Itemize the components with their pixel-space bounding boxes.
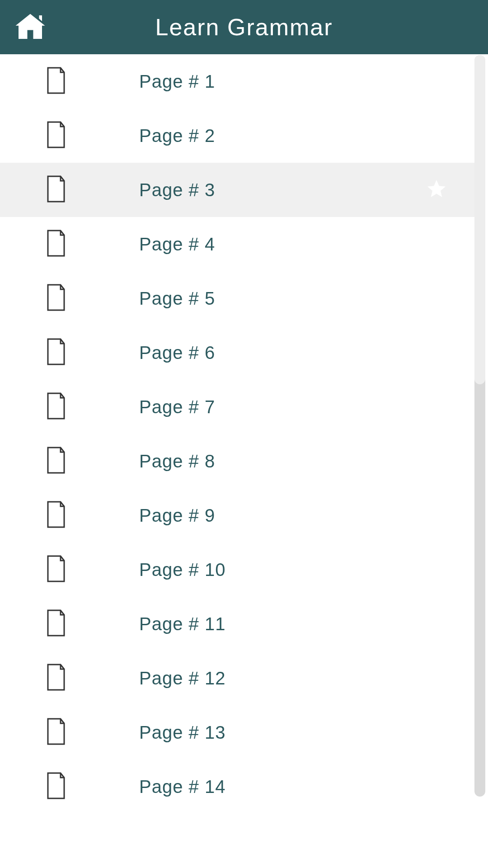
page-list-item[interactable]: Page # 1	[0, 54, 474, 108]
page-item-label: Page # 11	[139, 614, 225, 634]
page-list-item[interactable]: Page # 2	[0, 108, 474, 163]
page-list-item[interactable]: Page # 14	[0, 760, 474, 814]
page-list-item[interactable]: Page # 6	[0, 326, 474, 380]
star-icon	[426, 178, 447, 202]
page-item-label: Page # 9	[139, 505, 215, 526]
page-list-item[interactable]: Page # 3	[0, 163, 474, 217]
page-item-label: Page # 1	[139, 71, 215, 92]
file-icon	[45, 229, 67, 259]
page-list: Page # 1 Page # 2 Page # 3 Page # 4 Page…	[0, 54, 474, 868]
file-icon	[45, 338, 67, 368]
scrollbar-track[interactable]	[474, 55, 485, 797]
page-item-label: Page # 6	[139, 343, 215, 363]
file-icon	[45, 66, 67, 96]
page-item-label: Page # 10	[139, 560, 225, 580]
file-icon	[45, 446, 67, 476]
file-icon	[45, 175, 67, 205]
file-icon	[45, 500, 67, 530]
file-icon	[45, 283, 67, 313]
page-item-label: Page # 3	[139, 180, 215, 200]
page-title: Learn Grammar	[155, 14, 333, 41]
page-item-label: Page # 8	[139, 451, 215, 472]
file-icon	[45, 663, 67, 693]
page-item-label: Page # 12	[139, 668, 225, 689]
app-header: Learn Grammar	[0, 0, 488, 54]
page-item-label: Page # 14	[139, 777, 225, 797]
page-list-item[interactable]: Page # 7	[0, 380, 474, 434]
content-area: Page # 1 Page # 2 Page # 3 Page # 4 Page…	[0, 54, 488, 868]
page-list-item[interactable]: Page # 8	[0, 434, 474, 488]
file-icon	[45, 772, 67, 802]
page-list-item[interactable]: Page # 4	[0, 217, 474, 271]
file-icon	[45, 392, 67, 422]
page-list-item[interactable]: Page # 12	[0, 651, 474, 705]
page-item-label: Page # 2	[139, 126, 215, 146]
page-item-label: Page # 4	[139, 234, 215, 255]
page-list-item[interactable]: Page # 5	[0, 271, 474, 326]
page-item-label: Page # 13	[139, 722, 225, 743]
file-icon	[45, 717, 67, 747]
page-item-label: Page # 5	[139, 288, 215, 309]
page-item-label: Page # 7	[139, 397, 215, 417]
file-icon	[45, 609, 67, 639]
page-list-item[interactable]: Page # 9	[0, 488, 474, 542]
page-list-item[interactable]: Page # 10	[0, 542, 474, 597]
scrollbar-thumb[interactable]	[474, 55, 485, 384]
page-list-item[interactable]: Page # 11	[0, 597, 474, 651]
page-list-item[interactable]: Page # 13	[0, 705, 474, 760]
home-icon	[13, 9, 48, 45]
file-icon	[45, 555, 67, 585]
file-icon	[45, 121, 67, 151]
home-button[interactable]	[13, 9, 48, 45]
